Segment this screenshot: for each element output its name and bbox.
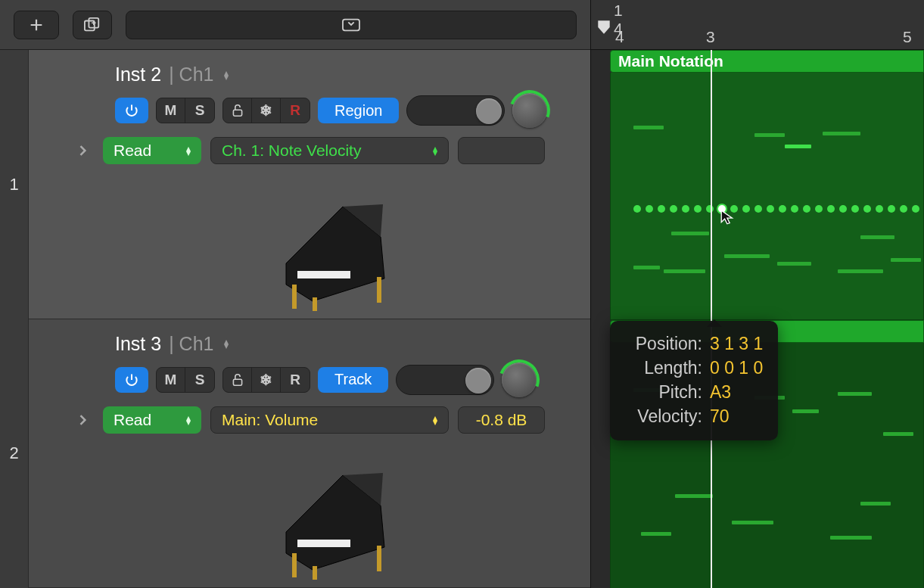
ruler-sub-label: 4 (615, 28, 624, 46)
svg-rect-14 (292, 553, 297, 577)
track-number[interactable]: 1 (0, 50, 28, 319)
automation-point[interactable] (839, 205, 847, 213)
collapse-icon (341, 17, 361, 33)
power-button[interactable] (115, 367, 148, 393)
track-channel-label: Ch1 (179, 333, 214, 354)
pan-knob[interactable] (502, 362, 537, 397)
disclosure-button[interactable] (73, 409, 94, 431)
disclosure-button[interactable] (73, 140, 94, 161)
automation-point[interactable] (646, 205, 653, 213)
midi-note[interactable] (754, 133, 785, 137)
duplicate-track-button[interactable] (73, 11, 112, 39)
midi-note[interactable] (671, 232, 709, 235)
automation-point[interactable] (791, 205, 798, 213)
automation-value[interactable]: -0.8 dB (458, 406, 545, 434)
midi-note[interactable] (883, 432, 913, 436)
tooltip-pitch-value: A3 (710, 380, 731, 404)
midi-note[interactable] (641, 532, 671, 536)
automation-point[interactable] (754, 205, 762, 213)
track-row[interactable]: Inst 3 | Ch1 ▴▾ M S (29, 319, 590, 589)
midi-note[interactable] (777, 262, 811, 266)
region-header[interactable]: Main Notation (610, 50, 924, 73)
automation-point[interactable] (694, 205, 702, 213)
automation-mode-select[interactable]: Read ▴▾ (103, 137, 201, 164)
midi-note[interactable] (860, 502, 891, 506)
automation-point[interactable] (851, 205, 859, 213)
freeze-button[interactable]: ❄ (252, 98, 281, 123)
track-channel[interactable]: | Ch1 (169, 333, 213, 355)
power-button[interactable] (115, 98, 148, 123)
track-controls-row: M S ❄ R Region (115, 93, 578, 128)
midi-note[interactable] (838, 269, 883, 273)
updown-icon[interactable]: ▴▾ (224, 70, 229, 79)
automation-toggle[interactable] (396, 365, 494, 395)
midi-note[interactable] (823, 132, 860, 135)
midi-note[interactable] (785, 145, 811, 148)
svg-rect-10 (233, 379, 241, 385)
track-name[interactable]: Inst 3 (115, 333, 161, 355)
automation-point[interactable] (633, 205, 641, 213)
midi-note[interactable] (830, 536, 872, 540)
collapse-button[interactable] (126, 11, 577, 39)
automation-point[interactable] (779, 205, 786, 213)
track-channel-label: Ch1 (179, 64, 214, 85)
automation-value[interactable] (458, 137, 545, 164)
pan-knob[interactable] (512, 93, 547, 128)
automation-mode-select[interactable]: Read ▴▾ (103, 406, 201, 434)
timeline-body[interactable]: Main Notation 00 (591, 50, 924, 588)
mute-button[interactable]: M (157, 98, 185, 123)
lock-button[interactable] (223, 98, 252, 123)
lock-button[interactable] (223, 368, 252, 392)
midi-note[interactable] (633, 266, 660, 269)
solo-button[interactable]: S (185, 368, 214, 392)
midi-note[interactable] (633, 126, 664, 129)
automation-point[interactable] (670, 205, 677, 213)
automation-point[interactable] (863, 205, 871, 213)
automation-point[interactable] (827, 205, 835, 213)
instrument-icon-piano (271, 195, 392, 313)
automation-point[interactable] (767, 205, 774, 213)
automation-point[interactable] (900, 205, 907, 213)
record-enable-button[interactable]: R (281, 98, 310, 123)
track-row[interactable]: Inst 2 | Ch1 ▴▾ M S (29, 50, 590, 319)
playhead-marker[interactable] (596, 19, 612, 36)
updown-icon[interactable]: ▴▾ (224, 339, 229, 348)
automation-line[interactable] (611, 205, 923, 213)
automation-point[interactable] (803, 205, 810, 213)
freeze-button[interactable]: ❄ (252, 368, 281, 392)
region-track-toggle[interactable]: Region (318, 98, 399, 123)
solo-button[interactable]: S (185, 98, 214, 123)
automation-param-select[interactable]: Main: Volume ▴▾ (210, 406, 449, 434)
automation-point[interactable] (815, 205, 823, 213)
midi-note[interactable] (732, 521, 773, 524)
region-track-toggle[interactable]: Track (318, 367, 388, 393)
automation-point[interactable] (912, 205, 919, 213)
automation-point[interactable] (706, 205, 714, 213)
midi-note[interactable] (664, 269, 705, 273)
automation-point[interactable] (742, 205, 750, 213)
midi-note[interactable] (860, 235, 894, 239)
automation-point[interactable] (682, 205, 689, 213)
timeline-ruler[interactable]: 1 4 4 3 5 (591, 0, 924, 50)
power-icon (124, 372, 139, 387)
track-channel[interactable]: | Ch1 (169, 64, 213, 86)
track-number[interactable]: 2 (0, 319, 28, 589)
midi-note[interactable] (792, 409, 819, 413)
automation-param-select[interactable]: Ch. 1: Note Velocity ▴▾ (210, 137, 449, 164)
mute-button[interactable]: M (157, 368, 185, 392)
automation-point[interactable] (658, 205, 665, 213)
ruler-bar-label: 5 (903, 28, 912, 46)
midi-note[interactable] (675, 494, 713, 498)
svg-rect-15 (313, 566, 317, 580)
midi-note[interactable] (891, 258, 921, 262)
midi-note[interactable] (724, 254, 770, 258)
automation-toggle[interactable] (406, 95, 505, 126)
automation-point[interactable] (888, 205, 895, 213)
track-name[interactable]: Inst 2 (115, 64, 161, 86)
add-track-button[interactable] (14, 11, 59, 39)
lock-open-icon (232, 373, 244, 387)
midi-note[interactable] (838, 392, 872, 396)
automation-point[interactable] (876, 205, 883, 213)
record-enable-button[interactable]: R (281, 368, 310, 392)
midi-region-upper[interactable] (610, 73, 924, 320)
